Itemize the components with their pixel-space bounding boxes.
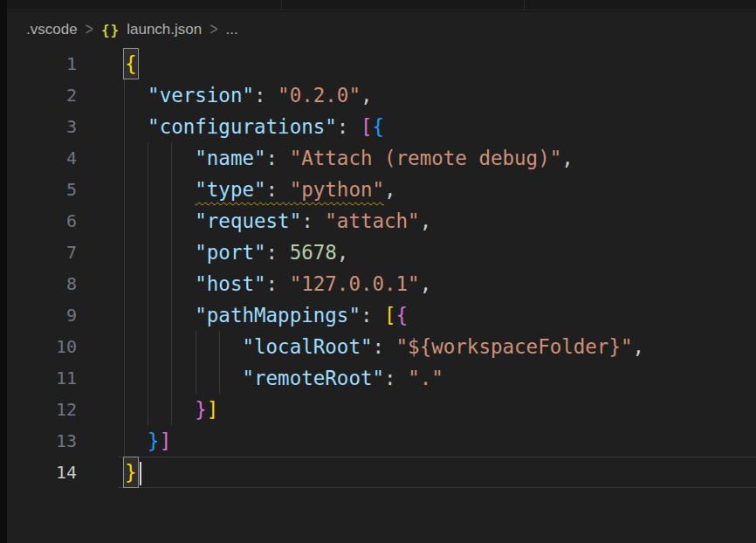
code-content: }] [77, 425, 756, 457]
code-token: : [254, 84, 278, 107]
code-content: "remoteRoot": "." [77, 362, 756, 394]
code-line[interactable]: 8 "host": "127.0.0.1", [7, 268, 756, 299]
code-token: : [266, 272, 290, 295]
code-token: "127.0.0.1" [290, 272, 420, 295]
editor[interactable]: .vscode > {} launch.json > ... 1{2 "vers… [7, 11, 756, 543]
code-token: : [266, 241, 290, 264]
code-content: "port": 5678, [77, 237, 756, 268]
line-number[interactable]: 5 [7, 174, 77, 205]
line-number[interactable]: 3 [7, 111, 77, 142]
code-token: } [195, 398, 207, 421]
code-lines: 1{2 "version": "0.2.0",3 "configurations… [7, 48, 756, 488]
code-token: ] [160, 430, 172, 452]
code-token [124, 147, 195, 169]
code-line[interactable]: 12 }] [7, 394, 756, 425]
code-token [124, 430, 148, 452]
code-token: , [420, 272, 432, 295]
matched-bracket: } [124, 457, 138, 487]
code-token [124, 210, 195, 232]
code-content: } [77, 457, 756, 488]
code-token: "type" [195, 178, 265, 201]
code-token [124, 84, 148, 107]
breadcrumb-folder[interactable]: .vscode [26, 21, 78, 38]
code-token: { [372, 115, 384, 138]
code-line[interactable]: 3 "configurations": [{ [7, 111, 756, 142]
code-token: : [266, 147, 290, 169]
code-token: , [633, 335, 645, 358]
code-token: { [396, 304, 409, 326]
code-token: , [561, 147, 574, 169]
code-token: : [384, 367, 408, 389]
line-number[interactable]: 11 [7, 362, 77, 394]
code-content: { [77, 48, 756, 79]
chevron-right-icon: > [210, 20, 217, 40]
code-token: "0.2.0" [278, 84, 361, 107]
code-token: "host" [195, 272, 265, 295]
code-line[interactable]: 1{ [7, 48, 756, 79]
code-token: "request" [195, 210, 301, 232]
code-token: : [361, 304, 384, 326]
code-token: "Attach (remote debug)" [290, 147, 562, 169]
code-token [124, 178, 195, 201]
code-token: : [301, 210, 325, 232]
code-content: }] [77, 394, 756, 425]
code-line[interactable]: 10 "localRoot": "${workspaceFolder}", [7, 331, 756, 362]
code-token: } [148, 430, 160, 452]
code-content: "name": "Attach (remote debug)", [77, 142, 756, 174]
code-line[interactable]: 9 "pathMappings": [{ [7, 299, 756, 331]
code-content: "configurations": [{ [77, 111, 756, 142]
line-number[interactable]: 4 [7, 142, 77, 174]
chevron-right-icon: > [86, 20, 93, 40]
line-number[interactable]: 9 [7, 299, 77, 331]
code-token [124, 272, 195, 295]
code-content: "localRoot": "${workspaceFolder}", [77, 331, 756, 362]
code-token [124, 304, 195, 326]
code-line[interactable]: 7 "port": 5678, [7, 237, 756, 268]
code-token: "python" [290, 178, 384, 201]
code-line[interactable]: 4 "name": "Attach (remote debug)", [7, 142, 756, 174]
code-token: "${workspaceFolder}" [396, 335, 633, 358]
line-number[interactable]: 13 [7, 425, 77, 457]
breadcrumb-file[interactable]: launch.json [127, 21, 202, 38]
code-token: : [266, 178, 290, 201]
code-token: "port" [195, 241, 265, 264]
code-token [124, 335, 242, 358]
code-token: , [337, 241, 349, 264]
code-token [124, 367, 242, 389]
code-line[interactable]: 14} [7, 457, 756, 488]
code-token: "localRoot" [242, 335, 372, 358]
code-line[interactable]: 5 "type": "python", [7, 174, 756, 205]
json-file-icon: {} [101, 22, 120, 38]
code-token: ] [207, 398, 219, 421]
code-token [124, 398, 195, 421]
code-token: "." [408, 367, 443, 389]
code-token: "configurations" [148, 115, 337, 138]
code-token [124, 241, 195, 264]
code-token: "attach" [325, 210, 419, 232]
code-content: "request": "attach", [77, 205, 756, 237]
line-number[interactable]: 2 [7, 79, 77, 111]
code-line[interactable]: 13 }] [7, 425, 756, 457]
line-number[interactable]: 7 [7, 237, 77, 268]
line-number[interactable]: 6 [7, 205, 77, 237]
breadcrumb: .vscode > {} launch.json > ... [7, 11, 756, 48]
code-token: [ [361, 115, 373, 138]
code-token: , [361, 84, 373, 107]
line-number[interactable]: 12 [7, 394, 77, 425]
tab-bar [7, 0, 756, 10]
code-token [124, 115, 148, 138]
text-cursor [140, 462, 141, 485]
code-token: : [372, 335, 395, 358]
code-line[interactable]: 11 "remoteRoot": "." [7, 362, 756, 394]
code-line[interactable]: 2 "version": "0.2.0", [7, 79, 756, 111]
matched-bracket: { [124, 49, 138, 79]
line-number[interactable]: 10 [7, 331, 77, 362]
line-number[interactable]: 8 [7, 268, 77, 299]
code-line[interactable]: 6 "request": "attach", [7, 205, 756, 237]
line-number[interactable]: 14 [7, 457, 77, 488]
breadcrumb-more[interactable]: ... [226, 21, 238, 38]
code-content: "pathMappings": [{ [77, 299, 756, 331]
tab-separator [524, 0, 525, 10]
line-number[interactable]: 1 [7, 48, 77, 79]
tab-separator [281, 0, 282, 10]
